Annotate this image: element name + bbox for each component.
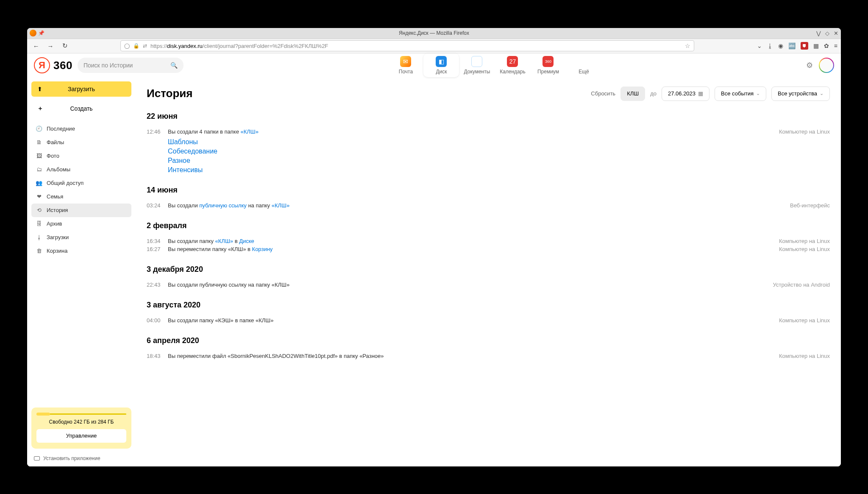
sidebar-item-family[interactable]: ❤Семья bbox=[31, 190, 131, 204]
app-body: ⬆ Загрузить ＋ Создать 🕘Последние 🗎Файлы … bbox=[27, 78, 841, 466]
manage-storage-button[interactable]: Управление bbox=[36, 429, 126, 443]
entry-text: Вы создали папку «КЛШ» в Диске bbox=[168, 238, 779, 244]
pocket-icon[interactable]: ⌄ bbox=[757, 42, 762, 49]
reload-button[interactable]: ↻ bbox=[59, 40, 70, 51]
tab-premium[interactable]: 360 Премиум bbox=[530, 53, 566, 77]
entry-text: Вы переместили папку «КЛШ» в Корзину bbox=[168, 246, 779, 252]
filter-devices-dropdown[interactable]: Все устройства⌄ bbox=[771, 87, 830, 101]
photo-icon: 🖼 bbox=[36, 153, 42, 159]
create-button[interactable]: ＋ Создать bbox=[31, 101, 131, 116]
browser-toolbar: ← → ↻ ◯ 🔒 ⇄ https://disk.yandex.ru/clien… bbox=[27, 39, 841, 53]
avatar[interactable] bbox=[819, 58, 834, 73]
logo-icon: Я bbox=[34, 57, 50, 73]
install-app-link[interactable]: Установить приложение bbox=[31, 455, 131, 463]
entry-time: 16:27 bbox=[147, 246, 168, 252]
journal-day-group: 22 июня12:46Вы создали 4 папки в папке «… bbox=[147, 112, 830, 174]
family-icon: ❤ bbox=[36, 193, 42, 200]
sidebar-item-archive[interactable]: 🗄Архив bbox=[31, 217, 131, 231]
mail-icon: ✉ bbox=[400, 56, 411, 67]
shield-icon: ◯ bbox=[124, 43, 130, 49]
search-icon: 🔍 bbox=[170, 62, 178, 69]
entry-sublink[interactable]: Шаблоны bbox=[168, 138, 830, 146]
entry-device: Компьютер на Linux bbox=[779, 246, 830, 252]
reset-filters-button[interactable]: Сбросить bbox=[591, 90, 615, 97]
entry-link[interactable]: Корзину bbox=[252, 246, 273, 252]
window-titlebar: 📌 Яндекс.Диск — Mozilla Firefox ⋁ ◇ ✕ bbox=[27, 28, 841, 39]
journal-entry: 16:27Вы переместили папку «КЛШ» в Корзин… bbox=[147, 245, 830, 253]
sidebar-item-shared[interactable]: 👥Общий доступ bbox=[31, 176, 131, 190]
filter-date-picker[interactable]: 27.06.2023▦ bbox=[662, 87, 709, 101]
entry-time: 03:24 bbox=[147, 202, 168, 209]
forward-button[interactable]: → bbox=[45, 40, 56, 51]
bookmark-star-icon[interactable]: ☆ bbox=[685, 42, 690, 49]
tab-mail[interactable]: ✉ Почта bbox=[388, 53, 423, 77]
entry-link[interactable]: Диске bbox=[239, 238, 254, 244]
docs-icon: ▤ bbox=[471, 56, 482, 67]
entry-time: 22:43 bbox=[147, 282, 168, 288]
filter-events-dropdown[interactable]: Все события⌄ bbox=[715, 87, 766, 101]
hamburger-menu-icon[interactable]: ≡ bbox=[834, 42, 837, 49]
settings-gear-icon[interactable]: ⚙ bbox=[806, 61, 813, 70]
sidebar-item-photo[interactable]: 🖼Фото bbox=[31, 149, 131, 163]
tab-documents[interactable]: ▤ Документы bbox=[459, 53, 495, 77]
url-bar[interactable]: ◯ 🔒 ⇄ https://disk.yandex.ru/client/jour… bbox=[120, 40, 694, 51]
minimize-button[interactable]: ⋁ bbox=[816, 30, 821, 36]
entry-sublink[interactable]: Разное bbox=[168, 157, 830, 165]
back-button[interactable]: ← bbox=[31, 40, 42, 51]
tab-more[interactable]: ⋯ Ещё bbox=[566, 53, 601, 77]
sidebar-item-files[interactable]: 🗎Файлы bbox=[31, 136, 131, 149]
shared-icon: 👥 bbox=[36, 180, 42, 186]
adblock-icon[interactable]: ⛊ bbox=[801, 42, 808, 50]
entry-sublink[interactable]: Собеседование bbox=[168, 148, 830, 155]
extension-icon-2[interactable]: ▦ bbox=[813, 42, 819, 49]
sidebar-item-history[interactable]: ⟲История bbox=[31, 204, 131, 217]
storage-widget: Свободно 242 ГБ из 284 ГБ Управление bbox=[31, 407, 131, 449]
browser-window: 📌 Яндекс.Диск — Mozilla Firefox ⋁ ◇ ✕ ← … bbox=[27, 28, 841, 466]
calendar-icon: 27 bbox=[507, 56, 518, 67]
disk-icon: ◧ bbox=[436, 56, 447, 67]
downloads-icon[interactable]: ⭳ bbox=[767, 42, 773, 49]
sidebar-nav: 🕘Последние 🗎Файлы 🖼Фото 🗂Альбомы 👥Общий … bbox=[31, 122, 131, 258]
entry-link[interactable]: публичную ссылку bbox=[199, 202, 246, 209]
entry-device: Устройство на Android bbox=[773, 282, 830, 288]
sidebar-item-downloads[interactable]: ⭳Загрузки bbox=[31, 231, 131, 244]
entry-sublink[interactable]: Интенсивы bbox=[168, 166, 830, 174]
filter-folder-chip[interactable]: КЛШ bbox=[620, 87, 645, 101]
page-title: История bbox=[147, 87, 192, 100]
main-content: История Сбросить КЛШ до 27.06.2023▦ Все … bbox=[136, 78, 841, 466]
archive-icon: 🗄 bbox=[36, 220, 42, 227]
logo[interactable]: Я 360 bbox=[34, 57, 72, 73]
pin-icon[interactable]: 📌 bbox=[38, 30, 45, 36]
search-input[interactable]: Поиск по Истории 🔍 bbox=[78, 58, 184, 73]
entry-link[interactable]: «КЛШ» bbox=[272, 202, 289, 209]
entry-text: Вы создали папку «КЭШ» в папке «КЛШ» bbox=[168, 317, 779, 324]
upload-button[interactable]: ⬆ Загрузить bbox=[31, 81, 131, 97]
extensions-icon[interactable]: ✿ bbox=[824, 42, 829, 49]
sidebar-item-recent[interactable]: 🕘Последние bbox=[31, 122, 131, 136]
chevron-down-icon: ⌄ bbox=[820, 91, 823, 96]
sidebar: ⬆ Загрузить ＋ Создать 🕘Последние 🗎Файлы … bbox=[27, 78, 136, 466]
tab-calendar[interactable]: 27 Календарь bbox=[495, 53, 530, 77]
journal-entry: 18:43Вы переместили файл «SbornikPesenKL… bbox=[147, 352, 830, 360]
extension-icon-1[interactable]: ◉ bbox=[778, 42, 783, 49]
sidebar-item-trash[interactable]: 🗑Корзина bbox=[31, 244, 131, 258]
close-button[interactable]: ✕ bbox=[834, 30, 838, 36]
tab-disk[interactable]: ◧ Диск bbox=[423, 53, 459, 77]
firefox-icon bbox=[30, 30, 36, 36]
entry-device: Компьютер на Linux bbox=[779, 353, 830, 359]
sidebar-item-albums[interactable]: 🗂Альбомы bbox=[31, 163, 131, 176]
upload-icon: ⬆ bbox=[37, 86, 42, 92]
entry-text: Вы переместили файл «SbornikPesenKLShADO… bbox=[168, 353, 779, 359]
entry-device: Компьютер на Linux bbox=[779, 317, 830, 324]
permissions-icon[interactable]: ⇄ bbox=[143, 43, 147, 49]
app-header: Я 360 Поиск по Истории 🔍 ✉ Почта ◧ Диск … bbox=[27, 53, 841, 78]
journal-filters: Сбросить КЛШ до 27.06.2023▦ Все события⌄… bbox=[591, 87, 830, 101]
entry-link[interactable]: «КЛШ» bbox=[215, 238, 233, 244]
translate-icon[interactable]: 🔤 bbox=[788, 42, 796, 49]
album-icon: 🗂 bbox=[36, 166, 42, 173]
history-icon: ⟲ bbox=[36, 207, 42, 213]
maximize-button[interactable]: ◇ bbox=[825, 30, 829, 36]
entry-link[interactable]: «КЛШ» bbox=[241, 128, 259, 135]
journal-day-title: 6 апреля 2020 bbox=[147, 336, 830, 345]
entry-text: Вы создали публичную ссылку на папку «КЛ… bbox=[168, 282, 773, 288]
